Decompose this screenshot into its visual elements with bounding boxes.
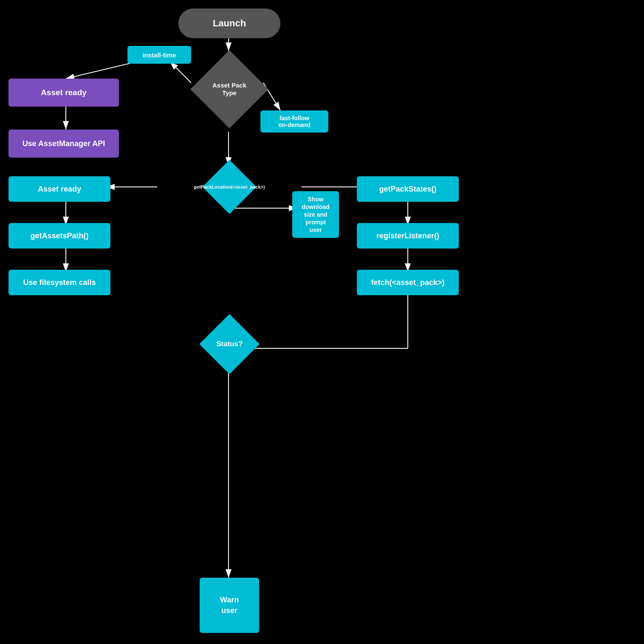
use-filesystem-node: Use filesystem calls xyxy=(8,270,110,295)
use-asset-manager-text: Use AssetManager API xyxy=(23,139,105,148)
asset-ready-1-node: Asset ready xyxy=(8,79,119,107)
get-assets-path-node: getAssetsPath() xyxy=(8,223,110,249)
warn-user-node: Warn user xyxy=(200,578,259,633)
register-listener-node: registerListener() xyxy=(357,223,459,249)
show-download-text: Show download size and prompt user xyxy=(302,195,329,234)
warn-user-text: Warn user xyxy=(220,595,239,616)
asset-pack-type-text: Asset Pack Type xyxy=(212,82,246,97)
fast-follow-text: fast-follow on-demand xyxy=(278,115,310,128)
launch-label: Launch xyxy=(213,18,246,29)
status-text: Status? xyxy=(216,340,243,348)
fetch-node: fetch(<asset_pack>) xyxy=(357,270,459,295)
get-pack-location-text: getPackLocation(<asset_pack>) xyxy=(194,184,265,189)
register-listener-text: registerListener() xyxy=(376,232,439,240)
get-assets-path-text: getAssetsPath() xyxy=(30,232,88,240)
use-asset-manager-node: Use AssetManager API xyxy=(8,130,119,158)
show-download-node: Show download size and prompt user xyxy=(292,191,339,238)
status-diamond: Status? xyxy=(191,314,268,374)
get-pack-states-node: getPackStates() xyxy=(357,176,459,202)
use-filesystem-text: Use filesystem calls xyxy=(23,278,96,287)
svg-line-2 xyxy=(170,62,191,83)
asset-ready-1-text: Asset ready xyxy=(41,88,87,97)
get-pack-location-diamond: getPackLocation(<asset_pack>) xyxy=(144,161,314,212)
flowchart: Launch install-time fast-follow on-deman… xyxy=(0,0,644,644)
asset-ready-2-text: Asset ready xyxy=(38,185,81,194)
asset-ready-2-node: Asset ready xyxy=(8,176,110,202)
install-time-text: install-time xyxy=(142,51,176,59)
fast-follow-label: fast-follow on-demand xyxy=(260,110,328,133)
get-pack-states-text: getPackStates() xyxy=(379,185,436,194)
asset-pack-type-diamond: Asset Pack Type xyxy=(191,51,268,127)
fetch-text: fetch(<asset_pack>) xyxy=(371,278,444,287)
install-time-label: install-time xyxy=(127,46,191,64)
launch-node: Launch xyxy=(178,8,280,38)
